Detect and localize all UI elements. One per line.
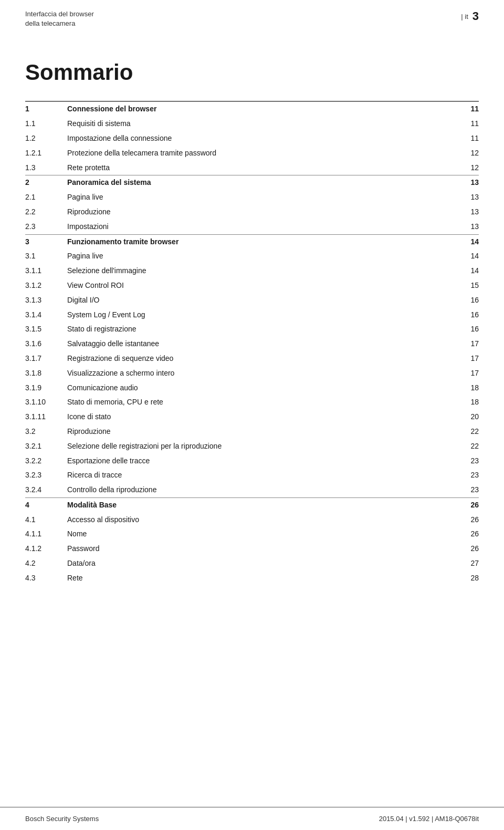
toc-item-num: 3.1 (25, 249, 67, 264)
toc-item-num: 1.2.1 (25, 146, 67, 161)
toc-item-page: 17 (453, 337, 479, 351)
header-page-number: 3 (472, 9, 479, 23)
toc-item-num: 1.3 (25, 161, 67, 175)
toc-item-num: 3.2.3 (25, 468, 67, 483)
toc-item-page: 16 (453, 293, 479, 308)
toc-item-num: 1.2 (25, 131, 67, 146)
toc-item-num: 3.1.2 (25, 278, 67, 293)
toc-item-label: Stato di registrazione (67, 322, 453, 337)
toc-item-page: 11 (453, 117, 479, 131)
toc-item-label: Riproduzione (67, 424, 453, 439)
toc-item-page: 12 (453, 146, 479, 161)
toc-table: 1Connessione del browser111.1Requisiti d… (25, 101, 479, 585)
header-separator: | it (461, 13, 468, 20)
toc-item-page: 14 (453, 249, 479, 264)
toc-item-label: Controllo della riproduzione (67, 483, 453, 497)
toc-item-page: 23 (453, 454, 479, 469)
toc-section-page: 26 (453, 497, 479, 512)
toc-item-num: 1.1 (25, 117, 67, 131)
toc-item-num: 3.1.8 (25, 366, 67, 381)
toc-item-num: 3.2 (25, 424, 67, 439)
toc-item-num: 3.1.3 (25, 293, 67, 308)
toc-item-num: 3.1.5 (25, 322, 67, 337)
toc-item-page: 12 (453, 161, 479, 175)
toc-item-page: 16 (453, 308, 479, 323)
toc-item-label: Pagina live (67, 190, 453, 205)
toc-section-num: 1 (25, 102, 67, 117)
toc-section-label: Connessione del browser (67, 102, 453, 117)
toc-item-num: 4.1 (25, 513, 67, 527)
toc-item-page: 28 (453, 571, 479, 586)
toc-item-num: 3.1.6 (25, 337, 67, 351)
toc-item-label: Impostazione della connessione (67, 131, 453, 146)
toc-item-label: Esportazione delle tracce (67, 454, 453, 469)
toc-item-page: 26 (453, 542, 479, 556)
toc-item-label: Comunicazione audio (67, 381, 453, 396)
toc-item-label: Visualizzazione a schermo intero (67, 366, 453, 381)
toc-item-page: 22 (453, 439, 479, 454)
toc-item-page: 18 (453, 381, 479, 396)
toc-item-num: 3.2.4 (25, 483, 67, 497)
toc-item-page: 13 (453, 190, 479, 205)
toc-item-page: 13 (453, 205, 479, 220)
toc-item-num: 4.1.1 (25, 527, 67, 542)
toc-item-page: 26 (453, 527, 479, 542)
toc-item-num: 3.1.10 (25, 395, 67, 410)
footer-brand: Bosch Security Systems (25, 815, 99, 823)
toc-item-num: 4.2 (25, 556, 67, 571)
toc-item-num: 3.2.2 (25, 454, 67, 469)
toc-item-num: 2.1 (25, 190, 67, 205)
page-container: Interfaccia del browser della telecamera… (0, 0, 504, 830)
toc-item-page: 23 (453, 468, 479, 483)
toc-section-label: Panoramica del sistema (67, 175, 453, 190)
toc-item-page: 11 (453, 131, 479, 146)
toc-section-label: Funzionamento tramite browser (67, 234, 453, 249)
toc-item-num: 3.1.11 (25, 410, 67, 424)
toc-item-page: 13 (453, 220, 479, 234)
toc-item-label: Nome (67, 527, 453, 542)
toc-item-page: 16 (453, 322, 479, 337)
toc-item-page: 17 (453, 366, 479, 381)
header-line2: della telecamera (25, 19, 94, 28)
toc-section-num: 4 (25, 497, 67, 512)
toc-item-label: Selezione delle registrazioni per la rip… (67, 439, 453, 454)
toc-item-num: 3.1.9 (25, 381, 67, 396)
toc-section-num: 3 (25, 234, 67, 249)
toc-item-label: Icone di stato (67, 410, 453, 424)
toc-item-label: Impostazioni (67, 220, 453, 234)
toc-item-num: 2.2 (25, 205, 67, 220)
toc-item-num: 4.1.2 (25, 542, 67, 556)
header-line1: Interfaccia del browser (25, 9, 94, 19)
toc-item-label: Selezione dell'immagine (67, 264, 453, 278)
toc-item-page: 20 (453, 410, 479, 424)
toc-section-num: 2 (25, 175, 67, 190)
toc-item-page: 17 (453, 351, 479, 366)
header: Interfaccia del browser della telecamera… (0, 0, 504, 34)
header-right: | it 3 (461, 9, 479, 23)
toc-item-label: Accesso al dispositivo (67, 513, 453, 527)
toc-item-page: 26 (453, 513, 479, 527)
toc-item-label: Salvataggio delle istantanee (67, 337, 453, 351)
footer-version: 2015.04 | v1.592 | AM18-Q0678it (379, 815, 479, 823)
footer: Bosch Security Systems 2015.04 | v1.592 … (0, 807, 504, 830)
toc-item-num: 3.1.4 (25, 308, 67, 323)
header-left: Interfaccia del browser della telecamera (25, 9, 94, 28)
toc-item-num: 4.3 (25, 571, 67, 586)
toc-item-label: Protezione della telecamera tramite pass… (67, 146, 453, 161)
toc-item-page: 27 (453, 556, 479, 571)
toc-item-label: Password (67, 542, 453, 556)
toc-item-label: Data/ora (67, 556, 453, 571)
main-content: Sommario 1Connessione del browser111.1Re… (0, 34, 504, 617)
toc-item-num: 3.1.1 (25, 264, 67, 278)
toc-item-label: Requisiti di sistema (67, 117, 453, 131)
toc-item-label: Pagina live (67, 249, 453, 264)
toc-item-label: Rete protetta (67, 161, 453, 175)
toc-item-label: Stato di memoria, CPU e rete (67, 395, 453, 410)
page-title: Sommario (25, 60, 479, 85)
toc-item-label: Ricerca di tracce (67, 468, 453, 483)
toc-item-label: Digital I/O (67, 293, 453, 308)
toc-section-page: 14 (453, 234, 479, 249)
toc-item-num: 3.1.7 (25, 351, 67, 366)
toc-item-label: Registrazione di sequenze video (67, 351, 453, 366)
toc-item-page: 23 (453, 483, 479, 497)
